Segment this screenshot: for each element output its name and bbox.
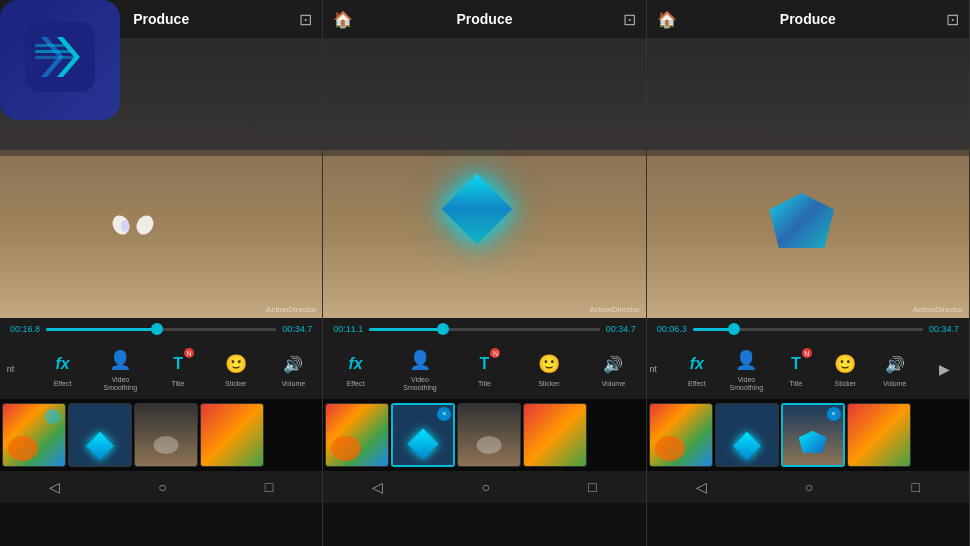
title-icon-right: T: [791, 355, 801, 373]
tool-smoothing-left[interactable]: 👤 VideoSmoothing: [98, 344, 142, 395]
tool-effect-mid[interactable]: fx Effect: [334, 348, 378, 390]
thumb-inner-3-left: [201, 404, 263, 466]
film-thumb-3-left[interactable]: [200, 403, 264, 467]
partial-label-right: nt: [649, 364, 669, 374]
fx-icon-left: fx: [55, 355, 69, 373]
panel-title-mid: Produce: [456, 11, 512, 27]
nav-bar-left: [0, 471, 322, 503]
film-thumb-3-mid[interactable]: [523, 403, 587, 467]
home-icon-mid[interactable]: 🏠: [333, 10, 353, 29]
expand-icon-right[interactable]: ⊡: [946, 10, 959, 29]
scrubber-thumb-right[interactable]: [728, 323, 740, 335]
tool-icon-person-right: 👤: [732, 346, 760, 374]
watermark-mid: ActionDirector: [589, 305, 639, 314]
home-icon-right[interactable]: 🏠: [657, 10, 677, 29]
time-end-right: 00:34.7: [929, 324, 959, 334]
svg-rect-5: [35, 44, 70, 47]
tool-icon-fx-right: fx: [683, 350, 711, 378]
film-thumb-0-left[interactable]: [2, 403, 66, 467]
nav-square-left[interactable]: [253, 475, 285, 499]
tool-sticker-mid[interactable]: 🙂 Sticker: [527, 348, 571, 390]
panel-mid: 🏠 Produce ⊡ ActionDirector 00:11.1 00:34…: [323, 0, 646, 546]
filmstrip-left: [0, 399, 322, 471]
tool-effect-left[interactable]: fx Effect: [41, 348, 85, 390]
timeline-mid: 00:11.1 00:34.7: [323, 318, 645, 340]
tool-title-left[interactable]: T N Title: [156, 348, 200, 390]
title-icon-mid: T: [480, 355, 490, 373]
tool-volume-right[interactable]: 🔊 Volume: [873, 348, 917, 390]
film-thumb-0-right[interactable]: [649, 403, 713, 467]
tool-more-right[interactable]: ▶: [922, 353, 966, 385]
tool-label-sticker-mid: Sticker: [538, 380, 559, 388]
person-icon-right: 👤: [735, 349, 757, 371]
person-icon-left: 👤: [109, 349, 131, 371]
tool-sticker-right[interactable]: 🙂 Sticker: [823, 348, 867, 390]
fx-icon-right: fx: [690, 355, 704, 373]
tool-icon-volume-mid: 🔊: [599, 350, 627, 378]
expand-icon-mid[interactable]: ⊡: [623, 10, 636, 29]
volume-icon-mid: 🔊: [603, 355, 623, 374]
tool-icon-title-right: T N: [782, 350, 810, 378]
film-thumb-1-mid[interactable]: ×: [391, 403, 455, 467]
tool-icon-volume-left: 🔊: [279, 350, 307, 378]
scrubber-thumb-left[interactable]: [151, 323, 163, 335]
thumb-inner-3-right: [848, 404, 910, 466]
tool-icon-person-left: 👤: [106, 346, 134, 374]
timeline-right: 00:06.3 00:34.7: [647, 318, 969, 340]
timeline-left: 00:16.8 00:34.7: [0, 318, 322, 340]
expand-icon-left[interactable]: ⊡: [299, 10, 312, 29]
film-thumb-0-mid[interactable]: [325, 403, 389, 467]
panel-header-right: 🏠 Produce ⊡: [647, 0, 969, 38]
film-thumb-2-left[interactable]: [134, 403, 198, 467]
film-thumb-1-left[interactable]: [68, 403, 132, 467]
scrubber-mid[interactable]: [369, 328, 599, 331]
film-thumb-2-mid[interactable]: [457, 403, 521, 467]
nav-square-right[interactable]: [899, 475, 931, 499]
thumb-inner-1-left: [69, 404, 131, 466]
volume-icon-left: 🔊: [283, 355, 303, 374]
tool-label-title-right: Title: [789, 380, 802, 388]
nav-square-mid[interactable]: [576, 475, 608, 499]
nav-home-left[interactable]: [146, 475, 178, 499]
nav-back-left[interactable]: [37, 475, 72, 499]
title-badge-mid: N: [490, 348, 500, 358]
toolbar-left: nt fx Effect 👤 VideoSmoothing T N Title …: [0, 340, 322, 399]
tool-label-smoothing-mid: VideoSmoothing: [403, 376, 436, 393]
nav-home-right[interactable]: [793, 475, 825, 499]
tool-title-right[interactable]: T N Title: [774, 348, 818, 390]
more-icon-right: ▶: [939, 361, 950, 377]
thumb-inner-1-right: [716, 404, 778, 466]
close-btn-right[interactable]: ×: [827, 407, 841, 421]
logo-svg: [25, 22, 95, 92]
tool-volume-left[interactable]: 🔊 Volume: [271, 348, 315, 390]
film-thumb-3-right[interactable]: [847, 403, 911, 467]
thumb-inner-3-mid: [524, 404, 586, 466]
tool-volume-mid[interactable]: 🔊 Volume: [591, 348, 635, 390]
tool-title-mid[interactable]: T N Title: [462, 348, 506, 390]
toolbar-mid: fx Effect 👤 VideoSmoothing T N Title 🙂 S…: [323, 340, 645, 399]
header-right-right: ⊡: [946, 10, 959, 29]
film-thumb-2-right[interactable]: ×: [781, 403, 845, 467]
tool-icon-more-right: ▶: [930, 355, 958, 383]
ar-wings: [113, 215, 153, 240]
tool-label-effect-mid: Effect: [347, 380, 365, 388]
tool-icon-person-mid: 👤: [406, 346, 434, 374]
film-thumb-1-right[interactable]: [715, 403, 779, 467]
header-left-right: 🏠: [657, 10, 677, 29]
nav-bar-right: [647, 471, 969, 503]
scrubber-left[interactable]: [46, 328, 276, 331]
nav-home-mid[interactable]: [470, 475, 502, 499]
nav-back-right[interactable]: [684, 475, 719, 499]
tool-smoothing-right[interactable]: 👤 VideoSmoothing: [724, 344, 768, 395]
tool-effect-right[interactable]: fx Effect: [675, 348, 719, 390]
baseboard-left: [0, 150, 322, 156]
tool-smoothing-mid[interactable]: 👤 VideoSmoothing: [398, 344, 442, 395]
nav-back-mid[interactable]: [360, 475, 395, 499]
title-icon-left: T: [173, 355, 183, 373]
tool-icon-title-left: T N: [164, 350, 192, 378]
tool-icon-volume-right: 🔊: [881, 350, 909, 378]
scrubber-thumb-mid[interactable]: [437, 323, 449, 335]
tool-sticker-left[interactable]: 🙂 Sticker: [214, 348, 258, 390]
scrubber-right[interactable]: [693, 328, 923, 331]
watermark-right: ActionDirector: [913, 305, 963, 314]
